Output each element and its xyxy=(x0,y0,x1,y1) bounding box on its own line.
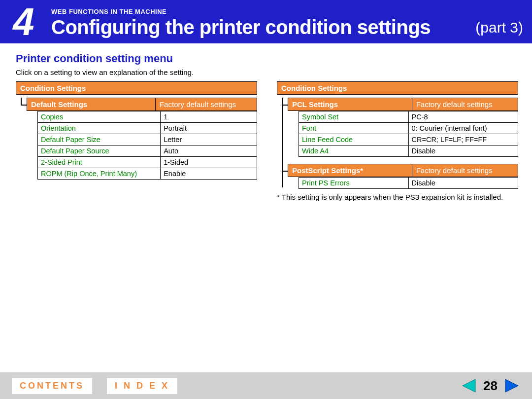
page-title: Configuring the printer condition settin… xyxy=(51,16,431,38)
setting-value: Disable xyxy=(408,178,518,189)
arrow-left-icon xyxy=(461,378,476,393)
chapter-number-box: 4 xyxy=(0,0,47,43)
setting-value: Auto xyxy=(161,145,257,157)
default-settings-label: Default Settings xyxy=(27,98,156,110)
setting-key[interactable]: Orientation xyxy=(38,123,161,134)
table-row: ROPM (Rip Once, Print Many)Enable xyxy=(38,168,257,180)
breadcrumb: WEB FUNCTIONS IN THE MACHINE xyxy=(51,8,532,15)
postscript-settings-table: Print PS ErrorsDisable xyxy=(299,177,518,189)
pcl-settings-table: Symbol SetPC-8 Font0: Courier (internal … xyxy=(299,111,518,157)
svg-marker-0 xyxy=(463,379,475,392)
section-intro: Click on a setting to view an explanatio… xyxy=(16,68,518,76)
setting-key[interactable]: Symbol Set xyxy=(299,111,409,123)
setting-value: Letter xyxy=(161,134,257,145)
footer-bar: CONTENTS I N D E X 28 xyxy=(0,372,532,399)
default-settings-table: Copies1 OrientationPortrait Default Pape… xyxy=(37,111,257,180)
setting-key[interactable]: Copies xyxy=(38,111,161,123)
setting-key[interactable]: Print PS Errors xyxy=(299,178,409,189)
setting-value: 1-Sided xyxy=(161,157,257,168)
setting-value: Portrait xyxy=(161,123,257,134)
page-number: 28 xyxy=(483,378,498,394)
part-label: (part 3) xyxy=(475,19,523,36)
content-area: Printer condition setting menu Click on … xyxy=(0,43,532,201)
contents-button[interactable]: CONTENTS xyxy=(12,378,92,394)
footnote: * This setting is only appears when the … xyxy=(277,193,518,201)
postscript-settings-header: PostScript Settings* Factory default set… xyxy=(288,164,518,177)
table-row: Print PS ErrorsDisable xyxy=(299,178,518,189)
condition-settings-header: Condition Settings xyxy=(277,81,518,95)
svg-marker-1 xyxy=(505,379,518,392)
table-row: 2-Sided Print1-Sided xyxy=(38,157,257,168)
arrow-right-icon xyxy=(504,378,520,393)
table-row: Default Paper SizeLetter xyxy=(38,134,257,145)
setting-key[interactable]: 2-Sided Print xyxy=(38,157,161,168)
next-page-button[interactable] xyxy=(504,378,520,393)
postscript-settings-label: PostScript Settings* xyxy=(288,164,412,177)
right-column: Condition Settings PCL Settings Factory … xyxy=(277,81,518,201)
default-settings-header: Default Settings Factory default setting… xyxy=(27,98,257,111)
tree-connector xyxy=(282,98,283,187)
table-row: Symbol SetPC-8 xyxy=(299,111,518,123)
factory-defaults-label: Factory default settings xyxy=(156,98,240,110)
table-row: Line Feed CodeCR=CR; LF=LF; FF=FF xyxy=(299,134,518,145)
prev-page-button[interactable] xyxy=(461,378,476,393)
factory-defaults-label: Factory default settings xyxy=(412,164,497,177)
left-column: Condition Settings Default Settings Fact… xyxy=(16,81,257,201)
index-button[interactable]: I N D E X xyxy=(107,378,177,394)
setting-key[interactable]: Line Feed Code xyxy=(299,134,409,145)
setting-value: CR=CR; LF=LF; FF=FF xyxy=(408,134,518,145)
setting-key[interactable]: ROPM (Rip Once, Print Many) xyxy=(38,168,161,180)
pcl-settings-header: PCL Settings Factory default settings xyxy=(288,98,518,111)
setting-value: PC-8 xyxy=(408,111,518,123)
page-header: 4 WEB FUNCTIONS IN THE MACHINE Configuri… xyxy=(0,0,532,43)
setting-key[interactable]: Default Paper Size xyxy=(38,134,161,145)
setting-key[interactable]: Wide A4 xyxy=(299,145,409,157)
setting-key[interactable]: Font xyxy=(299,123,409,134)
setting-value: Disable xyxy=(408,145,518,157)
header-text: WEB FUNCTIONS IN THE MACHINE Configuring… xyxy=(47,0,532,43)
factory-defaults-label: Factory default settings xyxy=(412,98,497,110)
table-row: OrientationPortrait xyxy=(38,123,257,134)
setting-value: 0: Courier (internal font) xyxy=(408,123,518,134)
setting-value: Enable xyxy=(161,168,257,180)
table-row: Copies1 xyxy=(38,111,257,123)
pcl-settings-label: PCL Settings xyxy=(288,98,412,110)
setting-key[interactable]: Default Paper Source xyxy=(38,145,161,157)
chapter-number: 4 xyxy=(13,0,34,44)
tree-connector xyxy=(21,98,22,105)
section-title: Printer condition setting menu xyxy=(16,52,518,65)
condition-settings-header: Condition Settings xyxy=(16,81,257,95)
setting-value: 1 xyxy=(161,111,257,123)
table-row: Wide A4Disable xyxy=(299,145,518,157)
table-row: Font0: Courier (internal font) xyxy=(299,123,518,134)
table-row: Default Paper SourceAuto xyxy=(38,145,257,157)
